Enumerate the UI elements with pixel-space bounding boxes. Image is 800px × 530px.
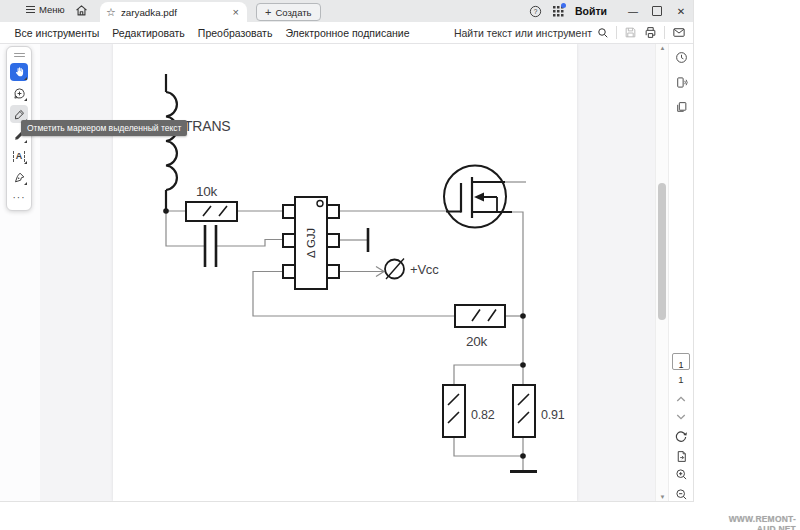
window-restore-button[interactable] bbox=[645, 0, 669, 22]
create-button[interactable]: + Создать bbox=[256, 3, 321, 21]
menu-all-tools[interactable]: Все инструменты bbox=[8, 27, 106, 39]
device-sound-icon bbox=[675, 76, 688, 89]
previous-page-button[interactable] bbox=[672, 390, 690, 408]
divider bbox=[616, 26, 617, 39]
pages-copy-icon bbox=[675, 101, 688, 114]
menu-label: Меню bbox=[39, 4, 65, 15]
rotate-icon bbox=[674, 430, 688, 444]
panel-drag-handle[interactable] bbox=[14, 51, 25, 59]
export-document-icon bbox=[675, 450, 688, 463]
menu-button[interactable]: Меню bbox=[26, 4, 65, 15]
document-viewport: TRANS 10k ∆ GJJ +Vcc 20k 0.82 0.91 bbox=[0, 44, 693, 501]
document-tab[interactable]: ☆ zaryadka.pdf × bbox=[100, 2, 247, 22]
hamburger-icon bbox=[26, 5, 35, 15]
window-close-button[interactable]: ✕ bbox=[669, 0, 693, 22]
home-button[interactable] bbox=[74, 3, 90, 19]
scrollbar-thumb[interactable] bbox=[658, 183, 666, 320]
search-icon bbox=[597, 27, 609, 39]
sign-nib-icon bbox=[13, 171, 26, 184]
page-total: 1 bbox=[669, 374, 693, 385]
zoom-out-icon bbox=[675, 488, 688, 501]
add-text-tool-button[interactable]: A bbox=[10, 147, 28, 165]
zoom-in-button[interactable] bbox=[672, 465, 690, 483]
read-aloud-button[interactable] bbox=[672, 73, 690, 91]
add-comment-tool-button[interactable] bbox=[10, 84, 28, 102]
help-icon: ? bbox=[529, 5, 542, 18]
zoom-out-button[interactable] bbox=[672, 485, 690, 501]
page-number-box[interactable] bbox=[672, 353, 690, 370]
highlight-tooltip: Отметить маркером выделенный текст bbox=[21, 120, 187, 136]
svg-text:?: ? bbox=[534, 7, 538, 14]
more-tools-button[interactable]: ··· bbox=[10, 189, 28, 207]
menu-esign[interactable]: Электронное подписание bbox=[279, 27, 416, 39]
tab-close-icon[interactable]: × bbox=[231, 6, 241, 18]
chevron-up-icon bbox=[676, 395, 686, 403]
add-text-icon: A bbox=[13, 151, 26, 162]
home-icon bbox=[74, 3, 89, 18]
zoom-in-icon bbox=[675, 468, 688, 481]
plus-icon: + bbox=[265, 7, 271, 18]
rotate-page-button[interactable] bbox=[672, 428, 690, 446]
sign-in-button[interactable]: Войти bbox=[575, 5, 607, 17]
export-page-button[interactable] bbox=[672, 447, 690, 465]
search-control[interactable]: Найти текст или инструмент bbox=[454, 27, 609, 39]
fill-and-sign-tool-button[interactable] bbox=[10, 168, 28, 186]
apps-grid-button[interactable] bbox=[547, 0, 569, 22]
chevron-down-icon bbox=[676, 413, 686, 421]
vertical-scrollbar[interactable]: ▲ ▼ bbox=[655, 44, 669, 501]
window-minimize-button[interactable]: — bbox=[621, 0, 645, 22]
print-icon[interactable] bbox=[644, 26, 657, 39]
menu-edit[interactable]: Редактировать bbox=[106, 27, 192, 39]
highlighter-icon bbox=[13, 108, 26, 121]
clock-icon bbox=[675, 51, 688, 64]
titlebar-right-controls: ? Войти — ✕ bbox=[525, 0, 693, 22]
search-label: Найти текст или инструмент bbox=[454, 27, 592, 39]
restore-icon bbox=[652, 6, 662, 16]
star-icon[interactable]: ☆ bbox=[106, 7, 116, 18]
notification-dot bbox=[561, 3, 566, 8]
title-bar: Меню ☆ zaryadka.pdf × + Создать ? bbox=[0, 0, 693, 22]
more-icon: ··· bbox=[13, 195, 26, 201]
divider bbox=[664, 26, 665, 39]
tab-title: zaryadka.pdf bbox=[121, 7, 231, 18]
hand-icon bbox=[14, 66, 25, 78]
next-page-button[interactable] bbox=[672, 408, 690, 426]
save-icon[interactable] bbox=[624, 26, 637, 39]
help-button[interactable]: ? bbox=[525, 0, 547, 22]
comment-bubble-icon bbox=[13, 87, 26, 100]
pdf-page bbox=[113, 44, 577, 501]
mail-icon[interactable] bbox=[672, 26, 686, 39]
page-number-input[interactable] bbox=[673, 358, 689, 373]
right-rail: 1 bbox=[668, 44, 693, 501]
menu-bar: Все инструменты Редактировать Преобразов… bbox=[0, 22, 693, 44]
organize-pages-button[interactable] bbox=[672, 98, 690, 116]
hand-tool-button[interactable] bbox=[10, 63, 28, 81]
create-label: Создать bbox=[275, 7, 311, 18]
menu-convert[interactable]: Преобразовать bbox=[191, 27, 279, 39]
watermark: WWW.REMONT-AUD.NET bbox=[698, 514, 796, 530]
menubar-right-controls: Найти текст или инструмент bbox=[454, 22, 686, 43]
activity-button[interactable] bbox=[672, 48, 690, 66]
acrobat-window: Меню ☆ zaryadka.pdf × + Создать ? bbox=[0, 0, 694, 502]
